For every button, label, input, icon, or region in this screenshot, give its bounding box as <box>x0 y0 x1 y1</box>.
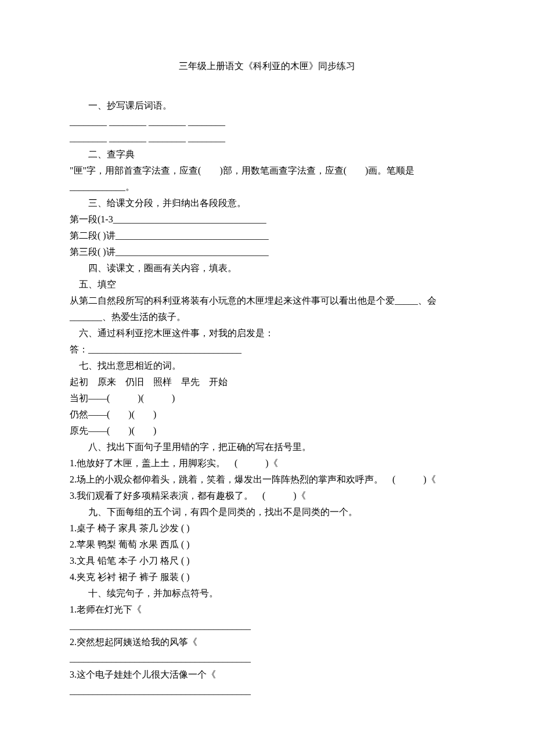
section-9-heading: 九、下面每组的五个词，有四个是同类的，找出不是同类的一个。 <box>70 504 464 520</box>
section-10-blank-3: _______________________________________ <box>70 683 464 699</box>
document-title: 三年级上册语文《科利亚的木匣》同步练习 <box>70 58 464 74</box>
section-8-heading: 八、找出下面句子里用错的字，把正确的写在括号里。 <box>70 439 464 455</box>
section-10-line-3: 3.这个电子娃娃个儿很大活像一个《 <box>70 667 464 683</box>
section-10-line-1: 1.老师在灯光下《 <box>70 602 464 618</box>
section-4-heading: 四、读课文，圈画有关内容，填表。 <box>70 260 464 276</box>
section-5-heading: 五、填空 <box>70 276 464 293</box>
section-5-line-1: 从第二自然段所写的科利亚将装有小玩意的木匣埋起来这件事可以看出他是个爱_____… <box>70 293 464 325</box>
section-8-line-3: 3.我们观看了好多项精采表演，都有趣极了。 ( )《 <box>70 488 464 504</box>
section-6-line-1: 答：_________________________________ <box>70 341 464 358</box>
section-7-line-3: 仍然——( )( ) <box>70 406 464 423</box>
section-3-heading: 三、给课文分段，并归纳出各段段意。 <box>70 195 464 211</box>
section-1-blank-row-2: ________ ________ ________ ________ <box>70 130 464 146</box>
section-3-line-1: 第一段(1-3_________________________________ <box>70 211 464 228</box>
section-10-blank-1: _______________________________________ <box>70 618 464 634</box>
section-9-line-4: 4.夹克 衫衬 裙子 裤子 服装 ( ) <box>70 569 464 585</box>
section-7-line-4: 原先——( )( ) <box>70 423 464 439</box>
section-8-line-2: 2.场上的小观众都仰着头，跳着，笑着，爆发出一阵阵热烈的掌声和欢呼声。 ( )《 <box>70 471 464 488</box>
section-10-heading: 十、续完句子，并加标点符号。 <box>70 585 464 602</box>
section-7-heading: 七、找出意思相近的词。 <box>70 358 464 374</box>
section-2-heading: 二、查字典 <box>70 146 464 163</box>
section-2-line-1: "匣"字，用部首查字法查，应查( )部，用数笔画查字法查，应查( )画。笔顺是_… <box>70 163 464 195</box>
section-7-line-1: 起初 原来 仍旧 照样 早先 开始 <box>70 374 464 390</box>
section-7-line-2: 当初——( )( ) <box>70 390 464 406</box>
section-3-line-3: 第三段( )讲_________________________________ <box>70 244 464 260</box>
section-1-blank-row-1: ________ ________ ________ ________ <box>70 114 464 130</box>
section-10-line-2: 2.突然想起阿姨送给我的风筝《 <box>70 634 464 650</box>
section-9-line-1: 1.桌子 椅子 家具 茶几 沙发 ( ) <box>70 520 464 537</box>
section-9-line-3: 3.文具 铅笔 本子 小刀 格尺 ( ) <box>70 553 464 569</box>
section-10-blank-2: _______________________________________ <box>70 650 464 667</box>
section-1-heading: 一、抄写课后词语。 <box>70 98 464 114</box>
section-8-line-1: 1.他放好了木匣，盖上土，用脚彩实。 ( )《 <box>70 455 464 471</box>
section-6-heading: 六、通过科利亚挖木匣这件事，对我的启发是： <box>70 325 464 341</box>
section-3-line-2: 第二段( )讲_________________________________ <box>70 228 464 244</box>
section-9-line-2: 2.苹果 鸭梨 葡萄 水果 西瓜 ( ) <box>70 537 464 553</box>
